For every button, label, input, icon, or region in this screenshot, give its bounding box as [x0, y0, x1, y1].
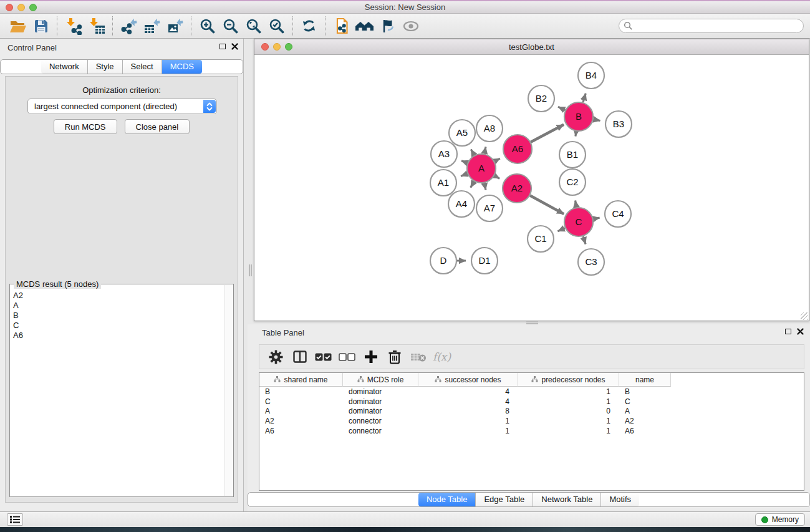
zoom-fit-button[interactable] — [242, 16, 265, 37]
table-row[interactable]: Cdominator41C — [259, 397, 804, 407]
network-canvas-svg[interactable]: AA1A2A3A4A5A6A7A8BB1B2B3B4CC1C2C3C4DD1 — [254, 55, 809, 321]
graph-node-A6[interactable]: A6 — [503, 135, 532, 163]
graph-edge-B-B3[interactable] — [594, 119, 600, 120]
app-titlebar: Session: New Session — [0, 0, 810, 14]
graph-node-A[interactable]: A — [467, 154, 496, 183]
graph-node-B3[interactable]: B3 — [605, 111, 632, 137]
float-panel-icon[interactable] — [219, 44, 226, 49]
zoom-selected-button[interactable] — [265, 16, 288, 37]
deselect-all-icon[interactable] — [337, 347, 357, 366]
mcds-result-item[interactable]: B — [11, 311, 224, 321]
add-column-icon[interactable] — [360, 347, 381, 366]
close-panel-button[interactable]: Close panel — [125, 119, 190, 134]
table-row[interactable]: A2connector11A2 — [259, 416, 804, 426]
graph-edge-C-C3[interactable] — [583, 236, 586, 244]
flag-pen-button[interactable] — [376, 16, 399, 37]
graph-edge-A-A8[interactable] — [485, 147, 486, 153]
select-all-icon[interactable] — [313, 347, 334, 366]
export-image-button[interactable] — [163, 16, 186, 37]
task-history-button[interactable] — [7, 513, 23, 526]
save-session-button[interactable] — [29, 16, 52, 37]
column-header-MCDS-role[interactable]: MCDS role — [343, 373, 418, 387]
graph-node-C[interactable]: C — [564, 208, 593, 236]
graph-node-A8[interactable]: A8 — [476, 115, 503, 142]
graph-node-A7[interactable]: A7 — [476, 195, 503, 221]
graph-node-A1[interactable]: A1 — [430, 170, 456, 196]
graph-edge-B-B4[interactable] — [583, 94, 586, 102]
graph-edge-B-B2[interactable] — [558, 107, 565, 110]
graph-node-C1[interactable]: C1 — [528, 226, 554, 252]
resize-grip[interactable] — [801, 312, 808, 320]
graph-edge-A-A2[interactable] — [494, 176, 499, 179]
tab-node-table[interactable]: Node Table — [418, 493, 476, 506]
graph-node-A4[interactable]: A4 — [448, 191, 475, 217]
table-row[interactable]: Adominator80A — [259, 406, 804, 416]
mcds-result-item[interactable]: C — [11, 321, 224, 331]
graph-edge-A-A6[interactable] — [494, 158, 500, 162]
clone-network-button[interactable] — [330, 16, 353, 37]
column-view-icon[interactable] — [289, 347, 310, 366]
open-session-button[interactable] — [6, 16, 29, 37]
table-row[interactable]: A6connector11A6 — [259, 426, 804, 436]
export-network-button[interactable] — [117, 16, 140, 37]
export-table-button[interactable] — [140, 16, 163, 37]
run-mcds-button[interactable]: Run MCDS — [54, 119, 117, 134]
graph-node-A2[interactable]: A2 — [503, 174, 531, 203]
graph-node-C4[interactable]: C4 — [605, 201, 631, 227]
table-row[interactable]: Bdominator41B — [259, 387, 804, 397]
graph-edge-A-A3[interactable] — [461, 161, 468, 163]
mcds-result-item[interactable]: A2 — [11, 291, 224, 301]
tab-style[interactable]: Style — [88, 60, 123, 74]
result-scrollbar[interactable] — [224, 285, 233, 496]
graph-node-C3[interactable]: C3 — [578, 249, 604, 275]
graph-edge-C-C1[interactable] — [557, 228, 565, 231]
graph-node-B1[interactable]: B1 — [559, 142, 586, 168]
double-home-button[interactable] — [353, 16, 376, 37]
graph-edge-A-A1[interactable] — [461, 174, 467, 177]
mcds-result-item[interactable]: A — [11, 301, 224, 311]
graph-edge-B-B1[interactable] — [576, 132, 576, 137]
criterion-dropdown[interactable]: largest connected component (directed) — [27, 99, 217, 114]
graph-edge-A-A5[interactable] — [471, 149, 474, 155]
mcds-result-item[interactable]: A6 — [11, 331, 224, 341]
column-header-successor-nodes[interactable]: successor nodes — [418, 373, 518, 387]
divider-handle-vertical[interactable] — [249, 264, 252, 276]
graph-node-D1[interactable]: D1 — [471, 248, 498, 274]
zoom-out-button[interactable] — [219, 16, 242, 37]
import-network-button[interactable] — [62, 16, 85, 37]
column-header-shared-name[interactable]: shared name — [259, 373, 343, 387]
tab-network[interactable]: Network — [41, 60, 88, 74]
graph-node-D[interactable]: D — [430, 248, 456, 274]
graph-edge-A-A4[interactable] — [471, 181, 475, 188]
tab-mcds[interactable]: MCDS — [162, 60, 202, 74]
delete-column-icon[interactable] — [384, 347, 405, 366]
tab-select[interactable]: Select — [123, 60, 162, 74]
graph-edge-A2-C[interactable] — [530, 196, 564, 215]
graph-edge-A-A7[interactable] — [485, 183, 486, 190]
graph-node-B4[interactable]: B4 — [578, 62, 604, 89]
tab-motifs[interactable]: Motifs — [601, 493, 639, 506]
graph-edge-A6-B[interactable] — [531, 125, 564, 142]
tab-edge-table[interactable]: Edge Table — [476, 493, 533, 506]
column-header-predecessor-nodes[interactable]: predecessor nodes — [518, 373, 619, 387]
graph-node-C2[interactable]: C2 — [559, 169, 586, 195]
graph-edge-C-C2[interactable] — [576, 201, 577, 208]
network-canvas[interactable]: AA1A2A3A4A5A6A7A8BB1B2B3B4CC1C2C3C4DD1 — [254, 55, 809, 321]
graph-node-A5[interactable]: A5 — [449, 120, 475, 146]
graph-node-B2[interactable]: B2 — [528, 85, 554, 112]
memory-button[interactable]: Memory — [755, 513, 805, 526]
close-table-panel-icon[interactable] — [797, 328, 804, 335]
zoom-in-button[interactable] — [196, 16, 219, 37]
tab-network-table[interactable]: Network Table — [533, 493, 601, 506]
import-table-button[interactable] — [85, 16, 108, 37]
search-input[interactable] — [619, 19, 804, 33]
close-panel-icon[interactable] — [231, 43, 238, 50]
table-cell: 1 — [518, 427, 619, 435]
graph-node-A3[interactable]: A3 — [431, 141, 457, 167]
column-header-name[interactable]: name — [619, 373, 671, 387]
refresh-button[interactable] — [297, 16, 321, 37]
gear-icon[interactable] — [266, 347, 286, 366]
graph-edge-C-C4[interactable] — [594, 218, 600, 219]
graph-node-B[interactable]: B — [564, 102, 593, 131]
float-table-panel-icon[interactable] — [785, 329, 791, 334]
